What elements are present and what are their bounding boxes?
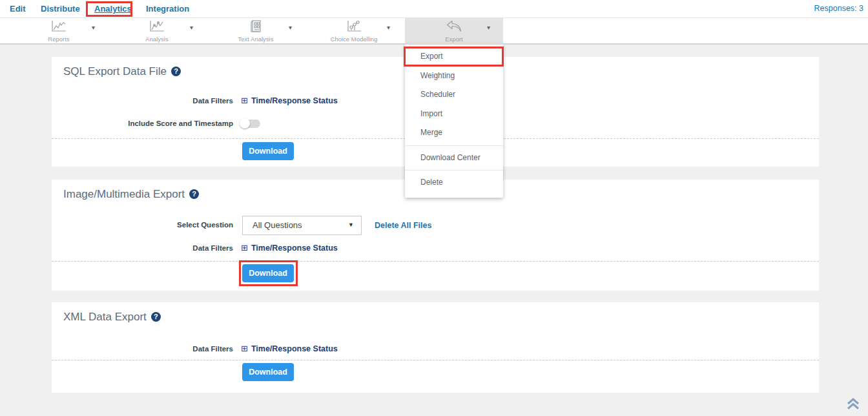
section-title-text: SQL Export Data File — [63, 65, 167, 78]
include-score-label: Include Score and Timestamp — [52, 120, 233, 127]
question-select[interactable]: All Questions ▼ — [242, 216, 362, 235]
dashed-divider — [52, 261, 819, 262]
analytics-export-page: Edit Distribute Analytics Integration Re… — [0, 0, 868, 416]
nav-item-edit-label: Edit — [10, 4, 26, 14]
expand-plus-icon: ⊞ — [241, 96, 248, 105]
scroll-to-top-button[interactable] — [846, 398, 860, 413]
chevron-down-icon[interactable]: ▾ — [92, 24, 95, 31]
xml-download-button[interactable]: Download — [242, 363, 294, 381]
expand-plus-icon: ⊞ — [241, 243, 248, 253]
toolbar-item-label: Export — [405, 36, 503, 43]
sql-download-button[interactable]: Download — [242, 142, 294, 160]
section-title: XML Data Export? — [63, 311, 161, 324]
menu-item-merge[interactable]: Merge — [405, 123, 503, 143]
data-filters-label: Data Filters — [52, 97, 233, 105]
double-chevron-up-icon — [846, 401, 860, 412]
nav-item-analytics[interactable]: Analytics — [94, 0, 132, 17]
toolbar-item-label: Text Analysis — [207, 36, 305, 43]
image-download-button[interactable]: Download — [242, 264, 294, 282]
menu-item-scheduler[interactable]: Scheduler — [405, 85, 503, 105]
menu-item-export[interactable]: Export — [405, 47, 503, 67]
chevron-down-icon[interactable]: ▾ — [487, 24, 490, 31]
select-question-label: Select Question — [52, 221, 233, 229]
nav-item-analytics-label: Analytics — [94, 4, 132, 14]
toolbar-item-choice-modelling[interactable]: ▾ Choice Modelling — [305, 18, 403, 45]
nav-item-distribute[interactable]: Distribute — [41, 0, 80, 17]
help-icon[interactable]: ? — [189, 189, 199, 199]
help-icon[interactable]: ? — [151, 312, 161, 322]
section-title: SQL Export Data File? — [63, 65, 181, 78]
toolbar-item-export[interactable]: ▾ Export — [405, 18, 503, 45]
time-response-status-label: Time/Response Status — [251, 244, 338, 253]
menu-item-weighting[interactable]: Weighting — [405, 67, 503, 86]
include-score-toggle[interactable] — [241, 120, 260, 128]
menu-item-import[interactable]: Import — [405, 105, 503, 124]
data-filters-label: Data Filters — [52, 244, 233, 252]
section-title-text: XML Data Export — [63, 311, 147, 323]
time-response-status-label: Time/Response Status — [251, 96, 338, 105]
toolbar-item-reports[interactable]: ▾ Reports — [10, 18, 108, 45]
toolbar-item-text-analysis[interactable]: ▾ Text Analysis — [207, 18, 305, 45]
menu-item-delete[interactable]: Delete — [405, 173, 503, 192]
responses-count-link[interactable]: Responses: 3 — [814, 0, 863, 17]
time-response-status-label: Time/Response Status — [251, 344, 338, 353]
chevron-down-icon[interactable]: ▾ — [387, 24, 390, 31]
menu-divider — [405, 145, 503, 146]
section-title: Image/Multimedia Export? — [63, 188, 199, 201]
dashed-divider — [52, 360, 819, 360]
delete-all-files-link[interactable]: Delete All Files — [375, 221, 431, 230]
nav-item-edit[interactable]: Edit — [10, 0, 26, 17]
toolbar-item-analysis[interactable]: ▾ Analysis — [108, 18, 206, 45]
xml-export-section: XML Data Export? Data Filters ⊞Time/Resp… — [52, 302, 819, 393]
expand-plus-icon: ⊞ — [241, 344, 248, 353]
nav-item-integration-label: Integration — [146, 4, 189, 14]
nav-item-integration[interactable]: Integration — [146, 0, 189, 17]
chevron-down-icon[interactable]: ▾ — [289, 24, 292, 31]
question-select-value: All Questions — [253, 220, 302, 230]
toggle-knob — [240, 118, 250, 129]
menu-item-download-center[interactable]: Download Center — [405, 149, 503, 168]
time-response-status-link[interactable]: ⊞Time/Response Status — [241, 96, 338, 105]
export-dropdown-menu: Export Weighting Scheduler Import Merge … — [405, 45, 503, 198]
select-caret-icon: ▼ — [348, 222, 354, 228]
chevron-down-icon[interactable]: ▾ — [190, 24, 193, 31]
help-icon[interactable]: ? — [171, 67, 181, 76]
menu-divider — [405, 170, 503, 171]
toolbar-item-label: Reports — [10, 36, 108, 43]
toolbar-item-label: Choice Modelling — [305, 36, 403, 43]
nav-item-distribute-label: Distribute — [41, 4, 80, 14]
analytics-toolbar: ▾ Reports ▾ Analysis ▾ Text Analysis ▾ C… — [0, 18, 868, 45]
time-response-status-link[interactable]: ⊞Time/Response Status — [241, 344, 338, 353]
top-nav: Edit Distribute Analytics Integration Re… — [0, 0, 868, 18]
time-response-status-link[interactable]: ⊞Time/Response Status — [241, 243, 338, 253]
section-title-text: Image/Multimedia Export — [63, 188, 185, 200]
data-filters-label: Data Filters — [52, 345, 233, 353]
toolbar-item-label: Analysis — [108, 36, 206, 43]
